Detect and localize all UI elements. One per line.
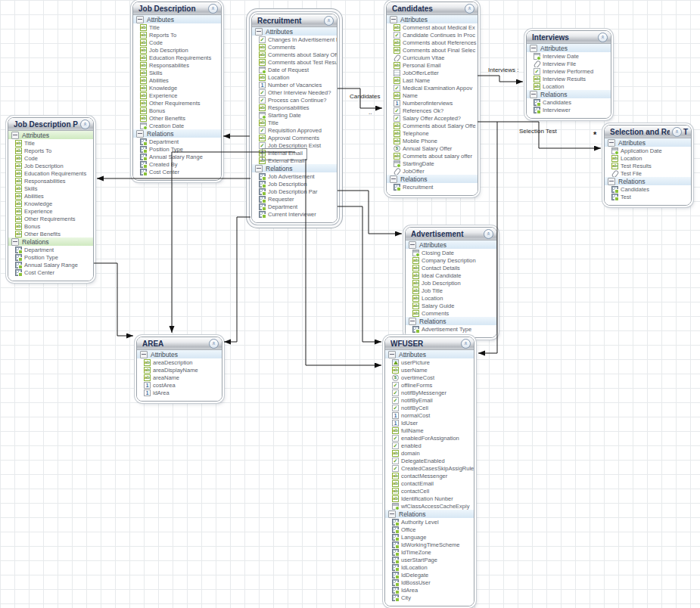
attribute-row[interactable]: abCode [133,39,221,46]
relations-section-header[interactable]: Relations [133,129,221,138]
relation-row[interactable]: userStartPage [385,556,474,563]
attribute-row[interactable]: Date of Request [252,66,337,73]
collapse-section-icon[interactable] [136,16,144,23]
attribute-row[interactable]: ✓Candidate Continues In Proc [387,31,478,39]
collapse-section-icon[interactable] [409,318,416,325]
attribute-row[interactable]: Interview Date [527,52,611,60]
attribute-row[interactable]: abJob Description [8,162,93,169]
collapse-icon[interactable]: « [598,33,608,42]
relation-row[interactable]: Created By [133,160,221,168]
relation-row[interactable]: Position Type [133,145,221,153]
entity-recruitment[interactable]: Recruitment«Attributes✓Changes In Advert… [251,14,338,223]
attribute-row[interactable]: abComments [406,309,496,317]
attribute-row[interactable]: abName [387,92,478,99]
attribute-row[interactable]: abareaDisplayName [137,366,222,374]
relation-row[interactable]: Requester [252,195,337,203]
attribute-row[interactable]: userPicture [385,358,474,366]
relation-row[interactable]: Department [252,203,337,210]
entity-job-description[interactable]: Job Description«AttributesabTitleabRepor… [132,2,222,181]
collapse-icon[interactable]: « [80,119,90,129]
collapse-section-icon[interactable] [409,241,416,249]
relation-row[interactable]: Annual Salary Range [133,153,221,160]
collapse-section-icon[interactable] [390,16,397,23]
attribute-row[interactable]: abOther Benefits [8,230,93,237]
attribute-row[interactable]: ✓notifByMessenger [385,389,474,396]
attribute-row[interactable]: abApproval Comments [252,134,337,141]
attribute-row[interactable]: Application Date [605,147,691,154]
attribute-row[interactable]: abOther Benefits [133,114,221,122]
attribute-row[interactable]: ✓Changes In Advertisement Ne [252,36,337,43]
attribute-row[interactable]: abareaDescription [137,358,222,366]
attribute-row[interactable]: abResponsabilites [133,61,221,69]
attribute-row[interactable]: abTelephone [387,129,478,137]
attribute-row[interactable]: Test File [605,169,691,177]
collapse-icon[interactable]: « [465,4,474,14]
entity-advertisement[interactable]: Advertisement«AttributesClosing DateabCo… [405,227,497,338]
collapse-section-icon[interactable] [608,139,615,147]
attributes-section-header[interactable]: Attributes [133,15,221,23]
relation-row[interactable]: Candidates [605,185,691,193]
attribute-row[interactable]: ✓notifByCell [385,404,474,411]
attribute-row[interactable]: abJob Description [406,279,496,287]
relations-section-header[interactable]: Relations [252,164,337,172]
collapse-icon[interactable]: « [209,339,219,349]
collapse-section-icon[interactable] [140,351,148,358]
attribute-row[interactable]: abOther Requirements [133,99,221,107]
relation-row[interactable]: Annual Salary Range [8,261,93,268]
attribute-row[interactable]: abAbilities [8,192,93,200]
attribute-row[interactable]: 1IdUser [385,419,474,427]
attribute-row[interactable]: wfClassAccessCacheExpiy [385,502,474,510]
attribute-row[interactable]: abSalary Guide [406,302,496,309]
relation-row[interactable]: Test [605,193,691,200]
attribute-row[interactable]: 1Number of Vacancies [252,81,337,88]
collapse-section-icon[interactable] [255,165,263,172]
attribute-row[interactable]: ✓CreatedCasesSkipAssigRule [385,464,474,472]
attribute-row[interactable]: 1normalCost [385,411,474,419]
attribute-row[interactable]: abJob Title [406,287,496,294]
entity-selection-and-recruitment[interactable]: Selection and Recruitme«TAttributesAppli… [604,125,692,206]
collapse-section-icon[interactable] [388,351,396,358]
attribute-row[interactable]: abComments about Final Selec [387,46,478,54]
attribute-row[interactable]: abLocation [605,154,691,162]
entity-job-description-par[interactable]: Job Description Par«AttributesabTitleabR… [8,117,94,281]
relation-row[interactable]: Cost Center [133,168,221,175]
connector-job-description-par-to-area[interactable] [94,263,133,336]
entity-area[interactable]: AREA«AttributesabareaDescriptionabareaDi… [136,337,222,402]
collapse-section-icon[interactable] [388,510,396,518]
collapse-section-icon[interactable] [608,178,615,185]
attribute-row[interactable]: abReports To [133,31,221,39]
attribute-row[interactable]: ✓enabledForAssignation [385,434,474,442]
relation-row[interactable]: IdLocation [385,563,474,571]
attribute-row[interactable]: abSkills [8,185,93,192]
attribute-row[interactable]: abBonus [133,107,221,114]
attribute-row[interactable]: JobOfferLetter [387,69,478,76]
relation-row[interactable]: Job Description Par [252,188,337,195]
relation-row[interactable]: Cost Center [8,268,93,276]
attribute-row[interactable]: 1Numberofinterviews [387,99,478,107]
collapse-icon[interactable]: « [461,339,471,349]
attribute-row[interactable]: Interview File [527,60,611,67]
attribute-row[interactable]: abIdeal Candidate [406,271,496,279]
collapse-icon[interactable]: « [208,4,218,14]
attribute-row[interactable]: 1idArea [137,389,222,396]
attribute-row[interactable]: abcontactMessenger [385,472,474,479]
attribute-row[interactable]: abReports To [8,147,93,154]
entity-candidates[interactable]: Candidates«AttributesabCommenst about Me… [386,2,478,196]
attribute-row[interactable]: abEducation Requirements [133,54,221,61]
attribute-row[interactable]: abTitle [8,139,93,147]
collapse-section-icon[interactable] [11,132,19,139]
relations-section-header[interactable]: Relations [387,175,478,183]
attribute-row[interactable]: abdomain [385,449,474,457]
relation-row[interactable]: Authority Level [385,518,474,526]
relation-row[interactable]: IdBossUser [385,579,474,586]
attribute-row[interactable]: abInterview Results [527,75,611,82]
connector-recruitment-to-advertisement[interactable] [338,191,402,234]
attribute-row[interactable]: Closing Date [406,249,496,256]
relation-row[interactable]: Department [133,138,221,145]
entity-titlebar[interactable]: Job Description« [133,2,221,15]
attribute-row[interactable]: abCompany Description [406,256,496,264]
attribute-row[interactable]: abcontactEmail [385,479,474,487]
collapse-icon[interactable]: « [672,127,682,137]
attribute-row[interactable]: ✓offlineForms [385,381,474,389]
relations-section-header[interactable]: Relations [527,90,611,98]
